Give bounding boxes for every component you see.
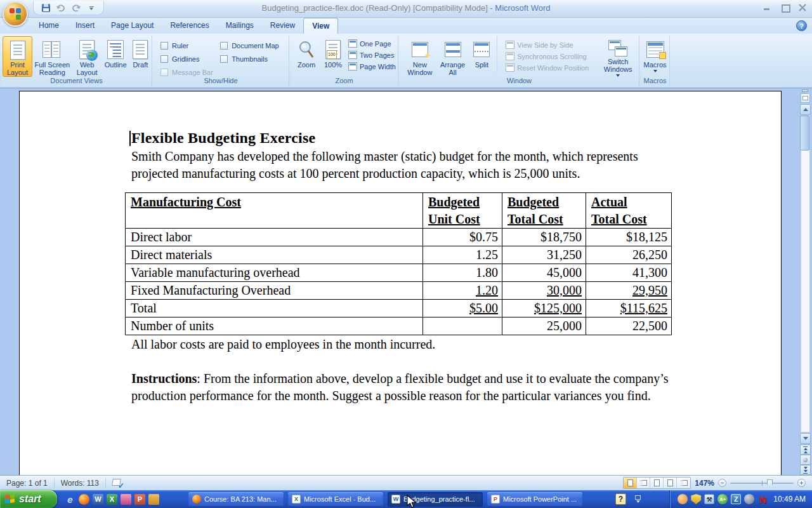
draft-button[interactable]: Draft [129, 36, 152, 77]
draft-view-button[interactable] [677, 478, 690, 488]
synchronous-scrolling-button: Synchronous Scrolling [504, 51, 591, 61]
app-shortcut-icon[interactable] [121, 494, 131, 505]
page-width-button[interactable]: Page Width [346, 62, 398, 71]
tab-review[interactable]: Review [262, 18, 303, 34]
task-label: Microsoft Excel - Bud... [304, 495, 376, 503]
vertical-scrollbar[interactable] [800, 89, 811, 475]
tab-references[interactable]: References [162, 18, 217, 34]
zoom-out-button[interactable] [718, 479, 726, 487]
tray-antivirus-icon[interactable]: A+ [717, 494, 728, 504]
excel-icon[interactable]: X [107, 494, 117, 505]
reset-position-label: Reset Window Position [517, 64, 589, 72]
ruler-checkbox[interactable]: Ruler [160, 39, 220, 52]
new-window-button[interactable]: New Window [403, 36, 436, 77]
tab-insert[interactable]: Insert [67, 18, 103, 34]
macros-button[interactable]: Macros [641, 36, 669, 77]
page[interactable]: Flexible Budgeting Exercise Smith Compan… [19, 91, 782, 475]
group-label-window: Window [400, 77, 639, 86]
tab-view[interactable]: View [303, 18, 338, 34]
zoom-slider[interactable] [730, 483, 794, 484]
group-label-document-views: Document Views [1, 77, 152, 86]
office-button[interactable] [3, 1, 28, 27]
outline-view-button[interactable] [664, 478, 677, 488]
task-label: Course: BA 213: Man... [204, 495, 277, 503]
tray-messenger-icon[interactable] [678, 494, 688, 504]
gridlines-checkbox[interactable]: Gridlines [160, 52, 220, 65]
spellcheck-status-button[interactable]: ✓ [112, 479, 123, 488]
ruler-toggle-button[interactable] [801, 93, 810, 103]
web-layout-view-button[interactable] [650, 478, 664, 488]
print-layout-button[interactable]: Print Layout [3, 36, 32, 77]
thumbnails-checkbox[interactable]: Thumbnails [220, 52, 289, 65]
task-excel[interactable]: X Microsoft Excel - Bud... [288, 492, 383, 507]
select-browse-object-button[interactable] [800, 455, 811, 465]
outline-icon [667, 479, 673, 486]
ribbon: Print Layout Full Screen Reading Web Lay… [0, 34, 812, 88]
two-pages-icon [348, 51, 357, 59]
task-powerpoint[interactable]: P Microsoft PowerPoint ... [487, 492, 582, 507]
internet-explorer-icon[interactable]: e [65, 494, 75, 505]
tab-mailings[interactable]: Mailings [218, 18, 262, 34]
tray-volume-icon[interactable] [744, 494, 754, 504]
cell-budgeted-total: 30,000 [502, 282, 586, 300]
word-count[interactable]: Words: 113 [55, 479, 105, 488]
scroll-up-button[interactable] [800, 104, 811, 115]
split-handle[interactable] [802, 90, 808, 92]
previous-page-button[interactable] [800, 444, 811, 455]
full-screen-reading-button[interactable]: Full Screen Reading [32, 36, 72, 77]
zoom-in-button[interactable] [797, 479, 806, 487]
page-indicator[interactable]: Page: 1 of 1 [0, 479, 54, 488]
outline-icon [107, 40, 124, 59]
show-hidden-icons-button[interactable] [635, 495, 641, 503]
tray-tools-icon[interactable]: ⚒ [704, 494, 714, 504]
draft-label: Draft [133, 61, 148, 69]
web-layout-button[interactable]: Web Layout [72, 36, 102, 77]
taskbar-clock[interactable]: 10:49 AM [771, 495, 806, 504]
next-page-button[interactable] [800, 465, 811, 475]
table-row-total: Total $5.00 $125,000 $115,625 [126, 300, 672, 318]
minimize-button[interactable] [763, 4, 771, 11]
tab-home[interactable]: Home [30, 18, 67, 34]
word-icon[interactable]: W [93, 494, 103, 505]
task-word-active[interactable]: W Budgeting_practice-fl... [388, 492, 483, 507]
table-row: Variable manufacturing overhead 1.80 45,… [126, 264, 672, 282]
print-layout-view-button[interactable] [624, 478, 637, 488]
restore-button[interactable] [780, 4, 789, 11]
tab-page-layout[interactable]: Page Layout [103, 18, 162, 34]
close-button[interactable] [798, 4, 807, 11]
tray-zonealarm-icon[interactable]: Z [731, 494, 741, 504]
help-button[interactable]: ? [796, 20, 807, 31]
budget-table: Manufacturing Cost BudgetedUnit Cost Bud… [125, 192, 672, 335]
task-firefox[interactable]: Course: BA 213: Man... [188, 492, 284, 507]
tray-norton-icon[interactable]: N [757, 494, 768, 504]
outline-label: Outline [105, 61, 127, 69]
switch-windows-button[interactable]: Switch Windows [597, 36, 639, 77]
ruler-icon [802, 96, 808, 100]
table-header-row: Manufacturing Cost BudgetedUnit Cost Bud… [126, 193, 672, 229]
tray-security-shield-icon[interactable] [691, 494, 701, 504]
document-map-checkbox[interactable]: Document Map [220, 39, 289, 52]
two-pages-button[interactable]: Two Pages [346, 50, 398, 60]
split-button[interactable]: Split [469, 36, 494, 77]
start-button[interactable]: start [0, 490, 57, 508]
full-screen-reading-label: Full Screen Reading [34, 61, 71, 76]
outlook-icon[interactable] [148, 494, 159, 505]
firefox-icon[interactable] [79, 494, 89, 505]
help-tray-button[interactable]: ? [615, 493, 626, 505]
zoom-slider-thumb[interactable] [767, 479, 773, 487]
page-width-icon [348, 62, 357, 70]
zoom-button[interactable]: Zoom [293, 36, 320, 77]
scrollbar-thumb[interactable] [800, 116, 809, 150]
checkbox-icon [160, 55, 168, 63]
scroll-down-button[interactable] [800, 433, 811, 444]
side-by-side-label: View Side by Side [517, 41, 573, 49]
one-page-button[interactable]: One Page [346, 39, 398, 48]
powerpoint-icon[interactable]: P [134, 494, 145, 505]
scrollbar-track[interactable] [801, 115, 810, 432]
document-heading: Flexible Budgeting Exercise [131, 130, 674, 147]
arrange-all-button[interactable]: Arrange All [436, 36, 469, 77]
outline-button[interactable]: Outline [102, 36, 129, 77]
full-screen-view-button[interactable] [637, 478, 650, 488]
zoom-100-button[interactable]: 100 100% [320, 36, 346, 77]
zoom-level[interactable]: 147% [695, 479, 714, 488]
